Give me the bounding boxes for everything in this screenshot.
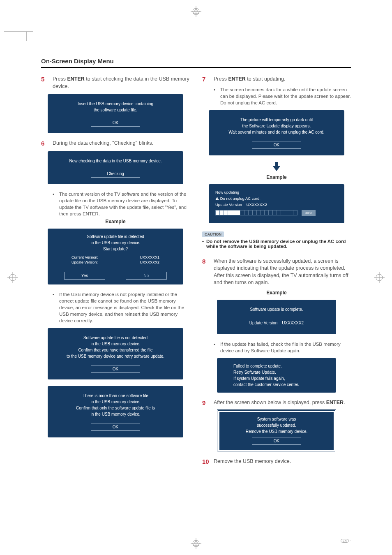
panel-text-line: Retry Software Update. (233, 369, 320, 375)
footer-lang: EN - (341, 539, 351, 543)
bullet-text: The current version of the TV software a… (59, 191, 190, 217)
warning-icon (215, 197, 219, 201)
ok-button[interactable]: OK (252, 437, 301, 445)
step-10-number: 10 (202, 458, 210, 465)
left-column: 5 Press ENTER to start checking the data… (41, 76, 190, 469)
bullet-icon: • (214, 86, 217, 106)
step-8-number: 8 (202, 258, 210, 265)
progress-bar (215, 210, 297, 215)
registration-mark-bottom (191, 538, 201, 549)
panel-insert-usb: Insert the USB memory device containing … (48, 94, 183, 133)
panel-text-line: Confirm that only the software update fi… (53, 405, 178, 411)
panel-text-line: the software update file. (53, 107, 178, 113)
step-10-text: Remove the USB memory device. (214, 458, 291, 465)
bullet-text: If the update has failed, check the file… (220, 341, 351, 354)
panel-multiple-files: There is more than one software file in … (48, 386, 183, 437)
panel-text-line: System software was (223, 416, 330, 422)
update-version-value: UXXXXXX2 (140, 260, 160, 264)
registration-mark-right (374, 272, 385, 283)
panel-text-line: Software update file is not detected (53, 335, 178, 341)
panel-text-line: Software update file is detected (53, 234, 178, 240)
step-6-number: 6 (41, 140, 48, 147)
caution-badge: CAUTION (202, 231, 224, 237)
update-version-label: Update Version: (71, 260, 98, 264)
panel-text-line: Insert the USB memory device containing (53, 101, 178, 107)
panel-text-line: Start update? (53, 246, 178, 252)
ok-button[interactable]: OK (91, 423, 140, 431)
panel-now-updating: Now updating Do not unplug AC cord. Upda… (209, 184, 344, 223)
panel-text-line: Update Version UXXXXXX2 (221, 320, 332, 326)
registration-mark-left (7, 272, 18, 283)
panel-text-line: Now updating (215, 190, 338, 194)
panel-text-line: the Software Update display appears. (214, 123, 339, 129)
step-8-text: When the software is successfully update… (214, 258, 351, 287)
registration-mark-top (191, 6, 201, 17)
panel-checking: Now checking the data in the USB memory … (48, 151, 183, 184)
panel-not-detected: Software update file is not detected in … (48, 328, 183, 379)
caution-text: Do not remove the USB memory device or u… (206, 239, 351, 249)
example-label: Example (202, 174, 351, 180)
arrow-down-icon (202, 162, 351, 173)
panel-text-line: in the USB memory device. (53, 399, 178, 405)
panel-success-frame: System software was successfully updated… (217, 409, 336, 452)
panel-text-line: Software update is complete. (221, 306, 332, 312)
step-9-number: 9 (202, 399, 210, 406)
panel-text-line: in the USB memory device. (53, 411, 178, 417)
step-5-text: Press ENTER to start checking the data i… (53, 76, 190, 90)
bullet-text: The screen becomes dark for a while unti… (220, 86, 351, 106)
step-7-text: Press ENTER to start updating. (214, 76, 285, 83)
panel-update-detected: Software update file is detected in the … (48, 229, 183, 284)
step-7-number: 7 (202, 76, 210, 83)
bullet-icon: • (214, 341, 217, 354)
crop-mark (4, 31, 27, 41)
bullet-icon: • (53, 191, 56, 217)
ok-button[interactable]: OK (91, 119, 140, 127)
panel-text-line: Update Version UXXXXXX2 (215, 202, 338, 207)
example-label: Example (202, 290, 351, 296)
panel-go-dark: The picture will temporarily go dark unt… (209, 110, 344, 155)
panel-update-complete: Software update is complete. Update Vers… (217, 300, 336, 334)
panel-text-line: successfully updated. (223, 422, 330, 428)
panel-text-line: in the USB memory device. (53, 240, 178, 246)
panel-text-line: contact the customer service center. (233, 382, 320, 388)
step-6-text: During the data checking, "Checking" bli… (53, 140, 153, 147)
current-version-value: UXXXXXX1 (140, 255, 160, 259)
bullet-icon: • (53, 291, 56, 324)
current-version-label: Current Version: (71, 255, 98, 259)
progress-percent: 30% (302, 210, 316, 216)
panel-text-line: Failed to complete update. (233, 363, 320, 369)
panel-update-failed: Failed to complete update. Retry Softwar… (217, 358, 336, 393)
page-title: On-Screen Display Menu (41, 58, 351, 65)
panel-text-line: Confirm that you have transferred the fi… (53, 347, 178, 353)
panel-text-line: The picture will temporarily go dark unt… (214, 117, 339, 123)
panel-text-line: Remove the USB memory device. (223, 428, 330, 435)
bullet-icon: • (202, 239, 204, 249)
example-label: Example (41, 219, 190, 224)
divider (41, 67, 351, 68)
step-9-text: After the screen shown below is displaye… (214, 399, 345, 407)
checking-button: Checking (91, 170, 140, 178)
step-5-number: 5 (41, 76, 48, 83)
bullet-text: If the USB memory device is not properly… (59, 291, 190, 324)
ok-button[interactable]: OK (252, 141, 301, 149)
panel-success: System software was successfully updated… (219, 412, 334, 450)
panel-text-line: Do not unplug AC cord. (215, 196, 338, 201)
panel-text-line: to the USB memory device and retry softw… (53, 353, 178, 359)
yes-button[interactable]: Yes (64, 272, 105, 280)
right-column: 7 Press ENTER to start updating. • The s… (202, 76, 351, 469)
no-button[interactable]: No (126, 272, 167, 280)
panel-text-line: Now checking the data in the USB memory … (53, 158, 178, 164)
panel-text-line: If system Update fails again, (233, 375, 320, 382)
panel-text-line: Wait several minutes and do not unplug t… (214, 129, 339, 135)
panel-text-line: in the USB memory device. (53, 341, 178, 347)
svg-rect-13 (217, 199, 217, 200)
ok-button[interactable]: OK (91, 365, 140, 373)
panel-text-line: There is more than one software file (53, 393, 178, 399)
svg-rect-12 (217, 198, 217, 199)
